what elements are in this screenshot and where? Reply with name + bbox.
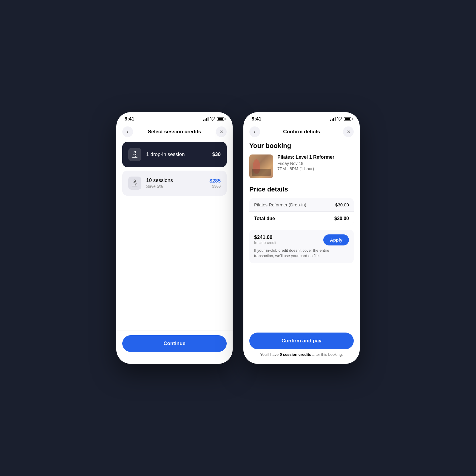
session-option-ten[interactable]: 10 sessions Save 5% $285 $300 (122, 171, 227, 196)
booking-image (249, 154, 273, 178)
wifi-icon-1 (210, 117, 215, 121)
phone-confirm-details: 9:41 ‹ Confirm details ✕ Your boo (243, 112, 360, 364)
close-icon-2: ✕ (347, 129, 350, 135)
booking-section-title: Your booking (249, 142, 354, 150)
price-row-dropin: Pilates Reformer (Drop-in) $30.00 (249, 198, 354, 212)
booking-time: 7PM - 8PM (1 hour) (277, 166, 334, 171)
price-table: Pilates Reformer (Drop-in) $30.00 Total … (249, 198, 354, 225)
bottom-note-prefix: You'll have (260, 352, 280, 357)
svg-point-1 (134, 180, 136, 182)
booking-class-name: Pilates: Level 1 Reformer (277, 154, 334, 160)
status-icons-2 (330, 117, 351, 121)
session-icon-ten (128, 177, 141, 190)
wifi-icon-2 (337, 117, 342, 121)
booking-date: Friday Nov 18 (277, 161, 334, 166)
status-time-2: 9:41 (252, 116, 261, 122)
session-name-ten: 10 sessions (146, 177, 205, 183)
credit-label: In-club credit (254, 240, 276, 245)
back-button-2[interactable]: ‹ (249, 126, 260, 137)
session-list: 1 drop-in session $30 10 sessions Save 5… (116, 142, 233, 330)
chevron-left-icon-2: ‹ (254, 129, 255, 135)
status-icons-1 (203, 117, 224, 121)
bottom-note-suffix: after this booking. (311, 352, 343, 357)
session-name-dropin: 1 drop-in session (146, 152, 208, 157)
session-price-original-ten: $300 (209, 184, 221, 188)
close-button-2[interactable]: ✕ (343, 126, 354, 137)
booking-details: Pilates: Level 1 Reformer Friday Nov 18 … (277, 154, 334, 172)
confirm-bottom-note: You'll have 0 session credits after this… (249, 352, 354, 357)
battery-icon-2 (344, 117, 351, 121)
confirm-pay-button[interactable]: Confirm and pay (249, 333, 354, 349)
status-bar-1: 9:41 (116, 112, 233, 124)
credit-row: $241.00 In-club credit Apply (254, 234, 349, 245)
svg-point-0 (134, 151, 136, 153)
session-price-dropin: $30 (212, 152, 221, 157)
total-row: Total due $30.00 (249, 212, 354, 225)
session-info-dropin: 1 drop-in session (146, 152, 208, 157)
status-bar-2: 9:41 (243, 112, 360, 124)
confirm-content: Your booking Pilates: Level 1 Reformer F… (243, 142, 360, 328)
price-section-title: Price details (249, 186, 354, 193)
battery-icon-1 (217, 117, 224, 121)
session-price-ten: $285 $300 (209, 178, 221, 188)
continue-button[interactable]: Continue (122, 335, 227, 352)
pilates-icon-1 (131, 150, 139, 159)
confirm-bottom: Confirm and pay You'll have 0 session cr… (243, 328, 360, 364)
status-time-1: 9:41 (125, 116, 134, 122)
signal-icon-2 (330, 117, 336, 121)
session-icon-dropin (128, 148, 141, 161)
signal-icon-1 (203, 117, 208, 121)
nav-header-1: ‹ Select session credits ✕ (116, 124, 233, 142)
close-icon-1: ✕ (220, 129, 223, 135)
credit-card: $241.00 In-club credit Apply If your in-… (249, 230, 354, 263)
pilates-icon-2 (131, 179, 139, 187)
back-button-1[interactable]: ‹ (122, 126, 133, 137)
booking-image-inner (249, 154, 273, 178)
nav-header-2: ‹ Confirm details ✕ (243, 124, 360, 142)
session-sub-ten: Save 5% (146, 184, 205, 189)
close-button-1[interactable]: ✕ (216, 126, 227, 137)
booking-card: Pilates: Level 1 Reformer Friday Nov 18 … (249, 154, 354, 178)
total-label: Total due (254, 216, 275, 221)
total-value: $30.00 (334, 216, 349, 221)
apply-credit-button[interactable]: Apply (323, 234, 349, 245)
credit-note: If your in-club credit doesn't cover the… (254, 248, 349, 259)
session-price-discount-ten: $285 (209, 178, 221, 184)
credit-info: $241.00 In-club credit (254, 234, 276, 245)
price-row-value: $30.00 (335, 202, 349, 207)
page-title-2: Confirm details (283, 129, 320, 135)
chevron-left-icon-1: ‹ (127, 129, 128, 135)
page-title-1: Select session credits (148, 129, 201, 135)
bottom-section-1: Continue (116, 330, 233, 364)
price-row-label: Pilates Reformer (Drop-in) (254, 202, 306, 207)
credit-amount: $241.00 (254, 234, 276, 240)
session-info-ten: 10 sessions Save 5% (146, 177, 205, 189)
session-option-dropin[interactable]: 1 drop-in session $30 (122, 142, 227, 167)
bottom-note-credits: 0 session credits (280, 352, 311, 357)
phone-select-session: 9:41 ‹ Select session credits ✕ (116, 112, 233, 364)
